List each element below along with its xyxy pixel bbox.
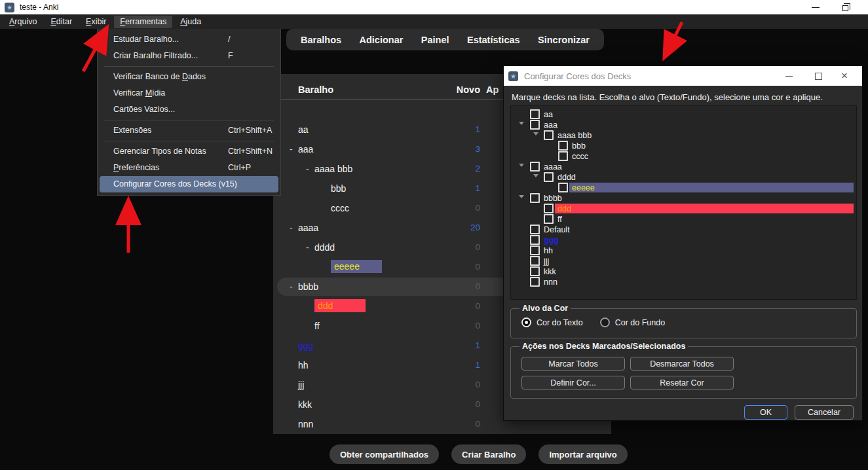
tree-item[interactable]: Default <box>511 225 856 235</box>
deck-name[interactable]: hh <box>298 355 309 375</box>
tree-item[interactable]: jjj <box>511 256 856 266</box>
deck-checkbox[interactable] <box>530 256 540 266</box>
tree-item[interactable]: bbbb <box>511 193 856 204</box>
expand-arrow-icon[interactable] <box>533 132 538 136</box>
menubar-item-exibir[interactable]: Exibir <box>80 16 112 28</box>
tab-painel[interactable]: Painel <box>419 33 452 46</box>
deck-checkbox[interactable] <box>530 277 540 287</box>
menu-item[interactable]: Verificar Banco de Dados <box>100 69 278 85</box>
deck-checkbox[interactable] <box>558 141 568 151</box>
criar-baralho-button[interactable]: Criar Baralho <box>451 444 526 464</box>
deck-name[interactable]: aaa <box>298 139 313 159</box>
column-header-baralho[interactable]: Baralho <box>298 84 333 95</box>
tree-item[interactable]: hh <box>511 245 856 256</box>
menu-item[interactable]: Cartões Vazios... <box>100 101 278 118</box>
tree-item[interactable]: ff <box>511 214 856 225</box>
menubar-item-arquivo[interactable]: Arquivo <box>3 16 43 28</box>
tree-item[interactable]: aa <box>511 109 856 120</box>
obter-compartilhados-button[interactable]: Obter compartilhados <box>330 444 439 464</box>
deck-checkbox[interactable] <box>558 151 568 161</box>
deck-name[interactable]: cccc <box>331 198 349 218</box>
menu-item[interactable]: Estudar Baralho.../ <box>100 31 278 48</box>
deck-checkbox[interactable] <box>530 162 540 172</box>
minimize-button[interactable] <box>804 0 827 14</box>
radio-button[interactable] <box>521 317 531 327</box>
tree-item[interactable]: kkk <box>511 266 856 277</box>
expand-arrow-icon[interactable] <box>519 164 524 167</box>
deck-name[interactable]: ddd <box>314 299 366 312</box>
collapse-toggle[interactable]: - <box>306 238 309 257</box>
dialog-minimize-button[interactable] <box>779 66 799 86</box>
deck-name[interactable]: bbb <box>331 179 346 198</box>
deck-checkbox[interactable] <box>544 172 554 182</box>
deck-name[interactable]: eeeee <box>331 260 382 273</box>
expand-arrow-icon[interactable] <box>519 195 524 198</box>
tree-item[interactable]: cccc <box>511 151 856 162</box>
tree-item[interactable]: aaaa bbb <box>511 130 856 141</box>
deck-checkbox[interactable] <box>530 235 540 245</box>
deck-checkbox[interactable] <box>530 245 540 255</box>
dialog-maximize-button[interactable] <box>808 66 828 86</box>
desmarcar-todos-button[interactable]: Desmarcar Todos <box>630 357 734 371</box>
tab-sincronizar[interactable]: Sincronizar <box>535 33 592 46</box>
radio-cor-do-fundo[interactable]: Cor do Fundo <box>600 317 665 327</box>
column-header-novo[interactable]: Novo <box>434 84 480 95</box>
menu-item[interactable]: Gerenciar Tipos de NotasCtrl+Shift+N <box>100 143 278 160</box>
menu-item[interactable]: Criar Baralho Filtrado...F <box>100 48 278 64</box>
tree-item[interactable]: ddd <box>511 204 856 214</box>
deck-name[interactable]: ggg <box>298 336 313 355</box>
tree-item[interactable]: ggg <box>511 235 856 245</box>
deck-checkbox[interactable] <box>544 204 554 213</box>
column-header-aprender[interactable]: Ap <box>486 84 499 95</box>
collapse-toggle[interactable]: - <box>290 277 293 297</box>
tab-baralhos[interactable]: Baralhos <box>298 33 344 46</box>
deck-name[interactable]: bbbb <box>298 277 318 297</box>
menu-item[interactable]: Configurar Cores dos Decks (v15) <box>100 176 278 192</box>
menu-item[interactable]: ExtensõesCtrl+Shift+A <box>100 122 278 139</box>
definir-cor--button[interactable]: Definir Cor... <box>521 376 625 389</box>
cancel-button[interactable]: Cancelar <box>795 405 854 420</box>
deck-name[interactable]: aa <box>298 120 309 139</box>
deck-checkbox[interactable] <box>544 130 554 140</box>
deck-name[interactable]: dddd <box>314 238 335 257</box>
menu-item[interactable]: PreferênciasCtrl+P <box>100 160 278 176</box>
importar-arquivo-button[interactable]: Importar arquivo <box>538 444 627 464</box>
radio-cor-do-texto[interactable]: Cor do Texto <box>521 317 583 327</box>
tab-estatísticas[interactable]: Estatísticas <box>464 33 523 46</box>
deck-name[interactable]: jjj <box>298 375 304 395</box>
ok-button[interactable]: OK <box>744 405 787 420</box>
deck-name[interactable]: kkk <box>298 395 312 414</box>
tab-adicionar[interactable]: Adicionar <box>357 33 406 46</box>
deck-name[interactable]: aaaa <box>298 218 318 238</box>
collapse-toggle[interactable]: - <box>290 139 293 159</box>
menubar-item-ajuda[interactable]: Ajuda <box>174 16 207 28</box>
marcar-todos-button[interactable]: Marcar Todos <box>521 357 625 371</box>
expand-arrow-icon[interactable] <box>533 174 538 177</box>
expand-arrow-icon[interactable] <box>519 122 524 125</box>
dialog-close-button[interactable]: × <box>835 66 854 86</box>
deck-checkbox[interactable] <box>530 193 540 203</box>
restore-button[interactable] <box>833 0 856 14</box>
collapse-toggle[interactable]: - <box>306 159 309 179</box>
collapse-toggle[interactable]: - <box>290 218 293 238</box>
tree-item[interactable]: aaaa <box>511 162 856 172</box>
resetar-cor-button[interactable]: Resetar Cor <box>630 376 734 389</box>
menubar-item-editar[interactable]: Editar <box>45 16 78 28</box>
deck-name[interactable]: ff <box>314 316 320 336</box>
deck-name[interactable]: nnn <box>298 414 313 434</box>
deck-name[interactable]: aaaa bbb <box>314 159 352 179</box>
deck-checkbox[interactable] <box>530 120 540 130</box>
tree-item[interactable]: nnn <box>511 277 856 287</box>
deck-checkbox[interactable] <box>530 109 540 119</box>
tree-item[interactable]: dddd <box>511 172 856 183</box>
radio-button[interactable] <box>600 317 610 327</box>
tree-item[interactable]: aaa <box>511 120 856 130</box>
tree-item[interactable]: bbb <box>511 141 856 151</box>
menubar-item-ferramentas[interactable]: Ferramentas <box>114 16 172 28</box>
deck-checkbox[interactable] <box>544 214 554 224</box>
deck-checkbox[interactable] <box>558 183 568 192</box>
tree-item[interactable]: eeeee <box>511 183 856 193</box>
menu-item[interactable]: Verificar Mídia <box>100 85 278 101</box>
deck-checkbox[interactable] <box>530 266 540 276</box>
deck-checkbox[interactable] <box>530 225 540 234</box>
